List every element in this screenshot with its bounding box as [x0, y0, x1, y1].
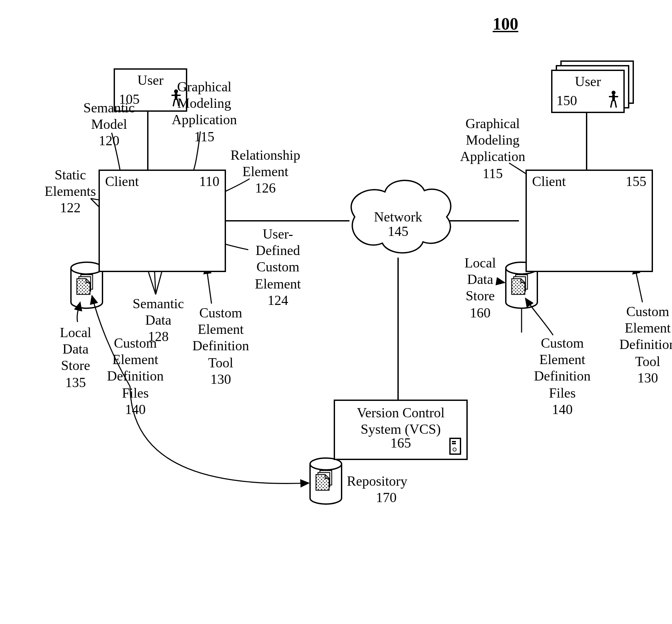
app-left-ref: 115 — [194, 128, 214, 144]
files-right-label: Custom Element Definition Files 140 — [530, 335, 595, 418]
client-box-left: Client 110 — [99, 170, 226, 272]
vcs-title: Version Control System (VCS) — [335, 405, 466, 438]
client-left-title: Client — [105, 174, 139, 190]
static-elements-ref: 122 — [60, 200, 81, 216]
app-right-label: Graphical Modeling Application 115 — [456, 116, 530, 182]
semantic-model-label: Semantic Model 120 — [76, 100, 142, 150]
vcs-box: Version Control System (VCS) 165 — [334, 399, 468, 460]
person-icon — [609, 91, 618, 108]
app-left-label: Graphical Modeling Application 115 — [168, 79, 240, 145]
repository-label: Repository 170 — [347, 473, 426, 506]
client-box-right: Client 155 — [526, 170, 653, 272]
user-defined-title: User-Defined Custom Element — [255, 226, 301, 291]
user-defined-label: User-Defined Custom Element 124 — [248, 226, 307, 309]
network-ref: 145 — [372, 224, 424, 240]
user-right-ref: 150 — [556, 93, 583, 109]
relationship-label: Relationship Element 126 — [226, 147, 305, 197]
static-elements-title: Static Elements — [45, 167, 96, 199]
tool-right-title: Custom Element Definition Tool — [619, 304, 672, 369]
client-right-title: Client — [532, 174, 566, 190]
store-right-title: Local Data Store — [464, 255, 496, 304]
tool-right-label: Custom Element Definition Tool 130 — [615, 304, 672, 386]
user-defined-ref: 124 — [268, 292, 288, 308]
store-left-ref: 135 — [65, 374, 86, 390]
app-left-title: Graphical Modeling Application — [172, 79, 237, 128]
client-left-ref: 110 — [199, 174, 219, 190]
store-left-label: Local Data Store 135 — [53, 324, 99, 391]
repository-ref: 170 — [347, 490, 426, 506]
cylinder-left — [71, 262, 103, 308]
semantic-model-title: Semantic Model — [83, 100, 135, 132]
store-right-ref: 160 — [470, 305, 491, 320]
tool-right-ref: 130 — [638, 370, 658, 386]
computer-tower-icon — [449, 438, 461, 455]
files-right-ref: 140 — [552, 401, 573, 417]
relationship-title: Relationship Element — [231, 147, 300, 179]
files-left-title: Custom Element Definition Files — [107, 335, 164, 400]
semantic-data-title: Semantic Data — [133, 296, 184, 328]
semantic-model-ref: 120 — [99, 133, 119, 149]
svg-point-29 — [71, 262, 103, 274]
store-right-label: Local Data Store 160 — [457, 255, 503, 321]
files-left-label: Custom Element Definition Files 140 — [103, 335, 168, 418]
store-left-title: Local Data Store — [60, 324, 91, 373]
tool-left-label: Custom Element Definition Tool 130 — [188, 305, 253, 388]
user-box-right: User 150 — [551, 70, 625, 113]
user-right-title: User — [553, 74, 623, 90]
files-left-ref: 140 — [125, 401, 146, 417]
relationship-ref: 126 — [255, 180, 276, 196]
client-right-ref: 155 — [626, 174, 646, 190]
tool-left-ref: 130 — [211, 371, 231, 387]
tool-left-title: Custom Element Definition Tool — [192, 305, 249, 370]
network-title: Network — [372, 209, 424, 226]
app-right-title: Graphical Modeling Application — [460, 116, 525, 165]
system-diagram: 100 — [0, 0, 672, 624]
static-elements-label: Static Elements 122 — [41, 167, 100, 216]
app-right-ref: 115 — [483, 165, 503, 181]
repository-title: Repository — [347, 473, 407, 489]
cylinder-repo — [310, 458, 342, 504]
vcs-ref: 165 — [335, 435, 466, 451]
files-right-title: Custom Element Definition Files — [534, 335, 591, 400]
